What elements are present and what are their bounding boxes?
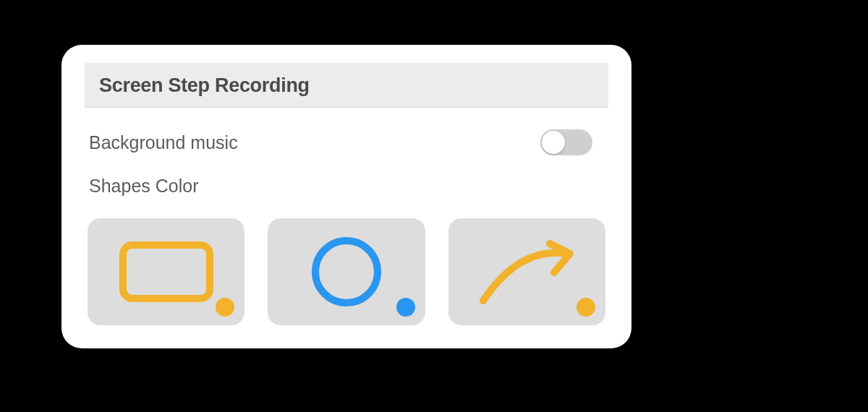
background-music-label: Background music bbox=[89, 132, 238, 153]
background-music-toggle[interactable] bbox=[540, 129, 592, 155]
shape-option-arrow[interactable] bbox=[448, 218, 605, 325]
settings-panel: Screen Step Recording Background music S… bbox=[61, 45, 631, 348]
panel-title: Screen Step Recording bbox=[99, 74, 594, 97]
shape-option-rectangle[interactable] bbox=[88, 218, 244, 325]
rectangle-icon bbox=[119, 241, 213, 302]
shape-option-circle[interactable] bbox=[268, 218, 425, 325]
color-dot-icon bbox=[216, 298, 234, 317]
color-dot-icon bbox=[576, 298, 595, 317]
shapes-options bbox=[85, 218, 608, 325]
toggle-knob bbox=[542, 131, 565, 154]
background-music-row: Background music bbox=[85, 129, 608, 155]
color-dot-icon bbox=[396, 298, 415, 317]
arrow-icon bbox=[469, 232, 584, 312]
panel-header: Screen Step Recording bbox=[85, 63, 608, 108]
shapes-color-row: Shapes Color bbox=[85, 176, 608, 197]
circle-icon bbox=[312, 237, 381, 306]
shapes-color-label: Shapes Color bbox=[89, 176, 198, 197]
